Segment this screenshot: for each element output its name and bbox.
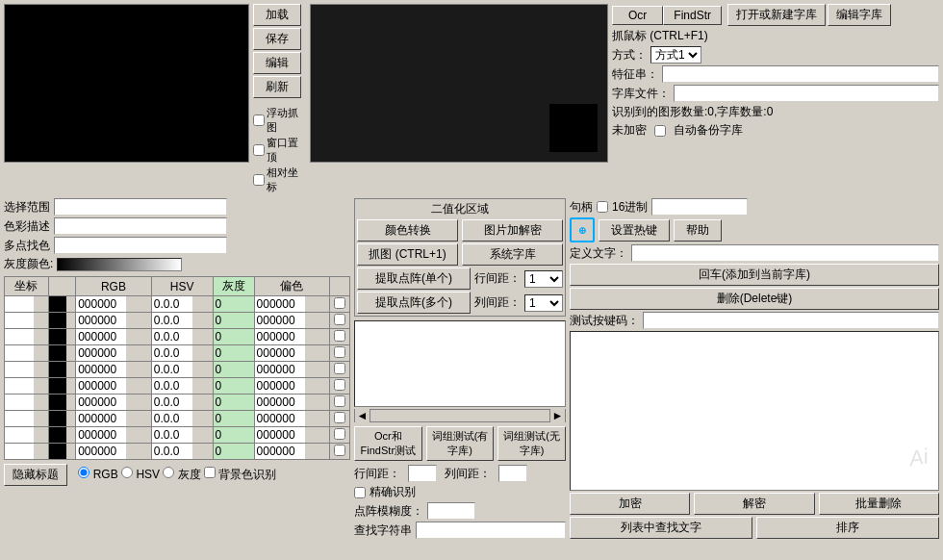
row-spacing-select[interactable]: 123 bbox=[524, 270, 563, 288]
hsv-input[interactable] bbox=[152, 362, 192, 377]
bias-input[interactable] bbox=[255, 329, 305, 344]
coord-input[interactable] bbox=[5, 427, 34, 443]
list-area[interactable]: Ai bbox=[570, 331, 939, 491]
encrypt-button[interactable]: 加密 bbox=[570, 493, 690, 515]
relative-coord-checkbox[interactable] bbox=[253, 174, 265, 186]
group-test-no-dict-button[interactable]: 词组测试(无字库) bbox=[497, 426, 566, 461]
refresh-button[interactable]: 刷新 bbox=[253, 76, 301, 98]
window-top-checkbox[interactable] bbox=[253, 144, 265, 156]
row-checkbox[interactable] bbox=[334, 363, 345, 374]
hsv-input[interactable] bbox=[152, 329, 192, 344]
bias-input[interactable] bbox=[255, 345, 305, 361]
bias-input[interactable] bbox=[255, 378, 305, 394]
gray-slider[interactable] bbox=[57, 258, 182, 271]
row-checkbox[interactable] bbox=[334, 346, 345, 358]
coord-input[interactable] bbox=[5, 378, 34, 394]
set-hotkey-button[interactable]: 设置热键 bbox=[599, 219, 670, 242]
middle-scroll-area[interactable] bbox=[354, 320, 566, 407]
gray-input[interactable] bbox=[214, 313, 241, 328]
row-checkbox[interactable] bbox=[334, 428, 345, 440]
test-keycode-input[interactable] bbox=[643, 312, 939, 329]
decrypt-image-button[interactable]: 图片加解密 bbox=[462, 219, 563, 242]
color-desc-input[interactable]: #0-000000 bbox=[54, 217, 227, 235]
open-dict-button[interactable]: 打开或新建字库 bbox=[727, 4, 826, 26]
bg-color-recog-checkbox[interactable] bbox=[204, 467, 216, 478]
coord-input[interactable] bbox=[5, 444, 34, 459]
gray-input[interactable] bbox=[214, 345, 241, 361]
gray-radio[interactable] bbox=[163, 467, 174, 478]
hsv-input[interactable] bbox=[152, 378, 192, 394]
bias-input[interactable] bbox=[255, 313, 305, 328]
col-spacing-select[interactable]: 123 bbox=[524, 294, 563, 312]
hsv-input[interactable] bbox=[152, 427, 192, 443]
coord-input[interactable] bbox=[5, 296, 34, 312]
group-test-with-dict-button[interactable]: 词组测试(有字库) bbox=[426, 426, 495, 461]
hsv-input[interactable] bbox=[152, 411, 192, 426]
hsv-input[interactable] bbox=[152, 313, 192, 328]
hsv-input[interactable] bbox=[152, 296, 192, 312]
bias-input[interactable] bbox=[255, 411, 305, 426]
rgb-input[interactable] bbox=[76, 378, 126, 394]
row-checkbox[interactable] bbox=[334, 395, 345, 407]
gray-input[interactable] bbox=[214, 378, 241, 394]
extract-single-button[interactable]: 提取点阵(单个) bbox=[357, 267, 471, 290]
gray-input[interactable] bbox=[214, 427, 241, 443]
gray-input[interactable] bbox=[214, 329, 241, 344]
coord-input[interactable] bbox=[5, 329, 34, 344]
row-checkbox[interactable] bbox=[334, 379, 345, 391]
precise-recog-checkbox[interactable] bbox=[354, 487, 366, 498]
handle-input[interactable] bbox=[651, 198, 748, 216]
bias-input[interactable] bbox=[255, 296, 305, 312]
rgb-input[interactable] bbox=[76, 395, 126, 410]
gray-input[interactable] bbox=[214, 296, 241, 312]
rgb-input[interactable] bbox=[76, 345, 126, 361]
coord-input[interactable] bbox=[5, 395, 34, 410]
batch-delete-button[interactable]: 批量删除 bbox=[819, 493, 939, 515]
special-icon-btn[interactable]: ⊕ bbox=[570, 217, 595, 242]
select-range-input[interactable] bbox=[54, 198, 227, 216]
color-convert-button[interactable]: 颜色转换 bbox=[357, 219, 458, 242]
ocr-findstr-test-button[interactable]: Ocr和FindStr测试 bbox=[354, 426, 422, 461]
multi-point-input[interactable] bbox=[54, 237, 227, 254]
coord-input[interactable] bbox=[5, 313, 34, 328]
rgb-input[interactable] bbox=[76, 427, 126, 443]
edit-dict-button[interactable]: 编辑字库 bbox=[828, 4, 891, 26]
bias-input[interactable] bbox=[255, 427, 305, 443]
help-button[interactable]: 帮助 bbox=[674, 219, 722, 242]
hsv-radio[interactable] bbox=[121, 467, 133, 478]
feature-input[interactable] bbox=[662, 65, 939, 83]
decrypt-button[interactable]: 解密 bbox=[694, 493, 814, 515]
method-select[interactable]: 方式1 方式2 bbox=[650, 46, 701, 64]
hide-label-button[interactable]: 隐藏标题 bbox=[4, 464, 67, 486]
row-checkbox[interactable] bbox=[334, 330, 345, 342]
float-capture-checkbox[interactable] bbox=[253, 115, 265, 126]
define-text-input[interactable] bbox=[631, 244, 939, 262]
coord-input[interactable] bbox=[5, 411, 34, 426]
sort-button[interactable]: 排序 bbox=[756, 517, 939, 539]
hex16-checkbox[interactable] bbox=[597, 201, 608, 213]
rgb-input[interactable] bbox=[76, 362, 126, 377]
rgb-radio[interactable] bbox=[78, 467, 89, 478]
delete-button[interactable]: 删除(Delete键) bbox=[570, 288, 939, 310]
coord-input[interactable] bbox=[5, 362, 34, 377]
auto-backup-checkbox[interactable] bbox=[654, 125, 666, 137]
capture-button[interactable]: 抓图 (CTRL+1) bbox=[357, 243, 458, 266]
dict-file-input[interactable]: D:\Documents\Downloads\dm\ bbox=[674, 85, 939, 102]
bottom-col-spacing-input[interactable]: 0 bbox=[498, 465, 527, 482]
gray-input[interactable] bbox=[214, 411, 241, 426]
system-dict-button[interactable]: 系统字库 bbox=[462, 243, 563, 266]
gray-input[interactable] bbox=[214, 362, 241, 377]
hsv-input[interactable] bbox=[152, 444, 192, 459]
row-checkbox[interactable] bbox=[334, 314, 345, 325]
h-scrollbar[interactable]: ◄ ► bbox=[354, 409, 566, 422]
findstr-tab[interactable]: FindStr bbox=[663, 6, 722, 25]
rgb-input[interactable] bbox=[76, 296, 126, 312]
search-string-input[interactable] bbox=[416, 522, 566, 539]
ocr-tab[interactable]: Ocr bbox=[612, 6, 663, 25]
bias-input[interactable] bbox=[255, 444, 305, 459]
rgb-input[interactable] bbox=[76, 411, 126, 426]
row-checkbox[interactable] bbox=[334, 412, 345, 423]
rgb-input[interactable] bbox=[76, 444, 126, 459]
hsv-input[interactable] bbox=[152, 345, 192, 361]
list-search-button[interactable]: 列表中查找文字 bbox=[570, 517, 752, 539]
